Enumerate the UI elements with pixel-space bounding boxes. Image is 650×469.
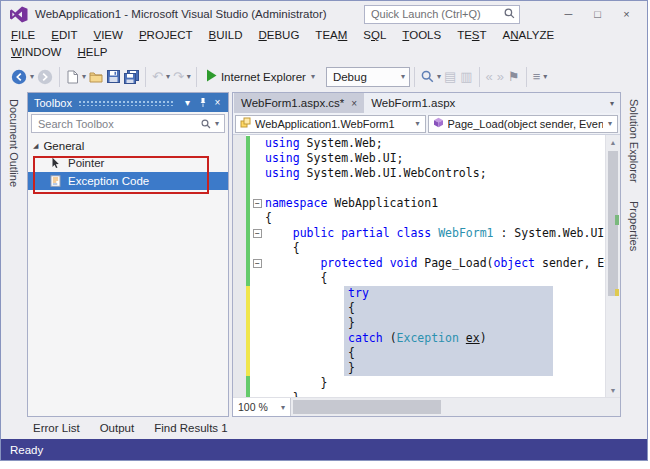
code-line[interactable]: } <box>246 376 605 391</box>
save-all-button[interactable] <box>122 66 141 88</box>
chevron-down-icon[interactable]: ▾ <box>186 72 192 81</box>
code-line[interactable]: using System.Web.UI.WebControls; <box>246 166 605 181</box>
search-icon <box>504 5 515 23</box>
panel-tab-output[interactable]: Output <box>90 422 145 434</box>
comment-button[interactable]: ▤ <box>442 66 458 88</box>
document-tab-webform1-aspx[interactable]: WebForm1.aspx <box>364 93 462 113</box>
code-line[interactable]: using System.Web.UI; <box>246 151 605 166</box>
navigate-back-button[interactable] <box>9 66 29 88</box>
decrease-indent-button[interactable]: « <box>484 66 495 88</box>
toolbox-header[interactable]: Toolbox ▾ × <box>28 93 228 112</box>
title-bar[interactable]: WebApplication1 - Microsoft Visual Studi… <box>1 1 647 27</box>
open-file-button[interactable] <box>87 66 105 88</box>
code-line[interactable]: −namespace WebApplication1 <box>246 196 605 211</box>
panel-tab-find-results-1[interactable]: Find Results 1 <box>144 422 238 434</box>
toolbox-search-box[interactable]: ▾ <box>31 114 225 133</box>
redo-button[interactable]: ↷ <box>171 66 186 88</box>
collapse-icon[interactable]: − <box>253 199 262 208</box>
toolbox-item-exception-code[interactable]: Exception Code <box>28 172 228 190</box>
menu-item-analyze[interactable]: ANALYZE <box>495 27 563 44</box>
menu-item-file[interactable]: FILE <box>3 27 43 44</box>
toolbox-item-pointer[interactable]: Pointer <box>28 154 228 172</box>
rail-tab-solution-explorer[interactable]: Solution Explorer <box>628 99 640 183</box>
code-editor[interactable]: using System.Web;using System.Web.UI;usi… <box>246 135 605 397</box>
menu-item-help[interactable]: HELP <box>69 44 115 61</box>
collapse-icon[interactable]: − <box>253 229 262 238</box>
solution-config-dropdown[interactable]: Debug ▾ <box>326 67 410 87</box>
code-line[interactable]: − public partial class WebForm1 : System… <box>246 226 605 241</box>
chevron-down-icon[interactable]: ▾ <box>542 72 548 81</box>
chevron-down-icon[interactable]: ▾ <box>310 72 316 81</box>
maximize-button[interactable]: □ <box>583 3 612 25</box>
menu-item-sql[interactable]: SQL <box>355 27 394 44</box>
code-line[interactable]: { <box>246 211 605 226</box>
navigate-forward-button[interactable] <box>35 66 55 88</box>
code-line[interactable]: { <box>246 346 605 361</box>
new-file-button[interactable] <box>64 66 81 88</box>
zoom-selector[interactable]: 100 % ▾ <box>233 398 291 416</box>
code-line[interactable]: − protected void Page_Load(object sender… <box>246 256 605 271</box>
find-in-files-button[interactable] <box>419 66 436 88</box>
chevron-down-icon[interactable]: ▾ <box>214 119 220 128</box>
type-dropdown[interactable]: WebApplication1.WebForm1 ▾ <box>235 115 426 133</box>
code-line[interactable]: catch (Exception ex) <box>246 331 605 346</box>
code-line[interactable]: { <box>246 301 605 316</box>
save-button[interactable] <box>105 66 122 88</box>
menu-item-team[interactable]: TEAM <box>307 27 355 44</box>
close-icon[interactable]: × <box>210 97 225 108</box>
rail-tab-document-outline[interactable]: Document Outline <box>8 99 20 187</box>
quick-launch[interactable] <box>364 5 520 24</box>
tab-list-chevron-icon[interactable]: ▾ <box>604 99 620 108</box>
toolbar-overflow-button[interactable]: ≡ <box>531 66 543 88</box>
code-line[interactable]: using System.Web; <box>246 136 605 151</box>
menu-item-edit[interactable]: EDIT <box>43 27 85 44</box>
vertical-scrollbar[interactable]: ▲ ▼ <box>605 135 620 397</box>
undo-button[interactable]: ↶ <box>150 66 165 88</box>
breakpoint-margin[interactable] <box>233 135 246 397</box>
rail-tab-properties[interactable]: Properties <box>628 201 640 251</box>
scrollbar-track[interactable] <box>606 149 620 383</box>
drag-grip[interactable] <box>78 99 174 106</box>
scrollbar-thumb[interactable] <box>293 400 441 414</box>
toolbox-group-general[interactable]: ◢ General <box>28 137 228 154</box>
code-line[interactable]: } <box>246 361 605 376</box>
document-tab-webform1-aspx-cs[interactable]: WebForm1.aspx.cs*× <box>234 93 364 113</box>
code-line[interactable]: try <box>246 286 605 301</box>
menu-item-project[interactable]: PROJECT <box>131 27 201 44</box>
menu-item-tools[interactable]: TOOLS <box>394 27 449 44</box>
scroll-down-icon[interactable]: ▼ <box>606 383 620 397</box>
collapse-icon[interactable]: − <box>253 259 262 268</box>
zoom-value: 100 % <box>238 401 268 413</box>
member-dropdown[interactable]: Page_Load(object sender, Event ▾ <box>428 115 619 133</box>
panel-tab-error-list[interactable]: Error List <box>23 422 90 434</box>
pin-icon[interactable] <box>195 97 210 108</box>
menu-item-view[interactable]: VIEW <box>86 27 131 44</box>
code-line[interactable]: { <box>246 241 605 256</box>
code-line[interactable]: { <box>246 271 605 286</box>
editor-bottom-bar: 100 % ▾ <box>233 397 620 416</box>
code-text: { <box>265 346 605 361</box>
uncomment-button[interactable]: ▥ <box>458 66 474 88</box>
toolbox-search-input[interactable] <box>36 117 198 131</box>
horizontal-scrollbar[interactable] <box>291 398 620 416</box>
code-text: public partial class WebForm1 : System.W… <box>265 226 605 241</box>
scroll-up-icon[interactable]: ▲ <box>606 135 620 149</box>
menu-item-test[interactable]: TEST <box>449 27 494 44</box>
bookmark-button[interactable]: ⚑ <box>506 66 522 88</box>
close-icon[interactable]: × <box>351 98 357 109</box>
code-line[interactable]: } <box>246 316 605 331</box>
menu-item-debug[interactable]: DEBUG <box>250 27 307 44</box>
collapse-icon[interactable]: ◢ <box>33 142 38 150</box>
increase-indent-button[interactable]: » <box>495 66 506 88</box>
close-button[interactable]: × <box>612 3 641 25</box>
code-line[interactable]: } <box>246 391 605 397</box>
menu-item-build[interactable]: BUILD <box>201 27 251 44</box>
start-debug-button[interactable]: Internet Explorer ▾ <box>201 68 321 86</box>
toolbox-panel: Toolbox ▾ × ▾ ◢ <box>27 92 229 417</box>
config-value: Debug <box>333 71 367 83</box>
window-position-chevron-icon[interactable]: ▾ <box>180 97 195 108</box>
quick-launch-input[interactable] <box>369 7 504 21</box>
menu-item-window[interactable]: WINDOW <box>3 44 69 61</box>
code-line[interactable] <box>246 181 605 196</box>
minimize-button[interactable]: ─ <box>554 3 583 25</box>
